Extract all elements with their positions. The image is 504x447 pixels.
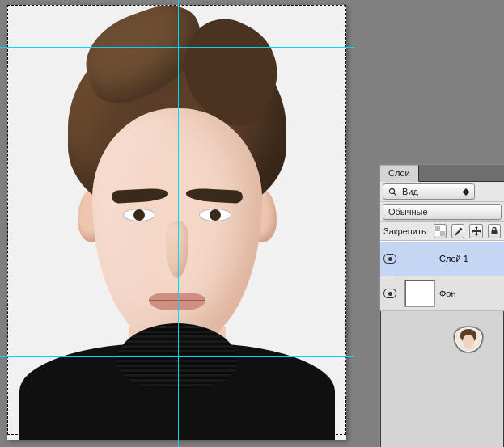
lock-transparency-button[interactable]: [434, 224, 447, 238]
eye-icon: [383, 289, 396, 298]
guide-horizontal[interactable]: [0, 47, 354, 48]
blend-mode-row: Обычные: [380, 202, 504, 222]
svg-rect-4: [440, 231, 445, 236]
transparency-icon: [435, 226, 445, 236]
layer-filter-select[interactable]: Вид: [383, 183, 475, 200]
blend-mode-select[interactable]: Обычные: [383, 204, 502, 220]
layer-name[interactable]: Фон: [439, 289, 456, 298]
eye-icon: [383, 254, 396, 264]
lock-row: Закрепить:: [380, 222, 504, 241]
lock-all-button[interactable]: [488, 224, 501, 238]
document[interactable]: [7, 5, 346, 440]
layer-filter-row: Вид: [380, 182, 504, 202]
lock-label: Закрепить:: [383, 226, 429, 236]
lock-paint-button[interactable]: [451, 224, 464, 238]
layer-name[interactable]: Слой 1: [439, 254, 468, 264]
visibility-toggle[interactable]: [380, 242, 400, 276]
svg-rect-3: [435, 226, 440, 231]
brush-icon: [453, 226, 463, 236]
stepper-arrows-icon: [463, 188, 469, 196]
svg-rect-6: [491, 230, 497, 234]
layers-panel: Слои Вид Обычные Закрепить:: [379, 164, 504, 447]
guide-horizontal[interactable]: [0, 356, 354, 357]
blend-mode-label: Обычные: [388, 207, 428, 217]
layer-list: Слой 1Фон: [380, 241, 504, 311]
document-content: [7, 5, 346, 440]
move-icon: [472, 226, 481, 236]
layer-thumbnail[interactable]: [405, 280, 434, 306]
panel-tabbar: Слои: [380, 165, 504, 182]
svg-point-0: [389, 188, 394, 193]
visibility-toggle[interactable]: [380, 276, 400, 310]
layer-row[interactable]: Слой 1: [380, 242, 504, 276]
lock-icon: [490, 227, 498, 235]
layer-filter-label: Вид: [402, 187, 418, 196]
photo-subject: [44, 27, 311, 440]
lock-position-button[interactable]: [469, 224, 482, 238]
canvas-area[interactable]: [0, 0, 354, 447]
tab-layers[interactable]: Слои: [380, 165, 419, 182]
workspace: Слои Вид Обычные Закрепить:: [0, 0, 504, 447]
layer-row[interactable]: Фон: [380, 276, 504, 311]
guide-vertical[interactable]: [178, 0, 179, 447]
svg-line-1: [394, 192, 396, 195]
layer-thumbnail[interactable]: [454, 327, 483, 352]
search-icon: [388, 188, 397, 196]
